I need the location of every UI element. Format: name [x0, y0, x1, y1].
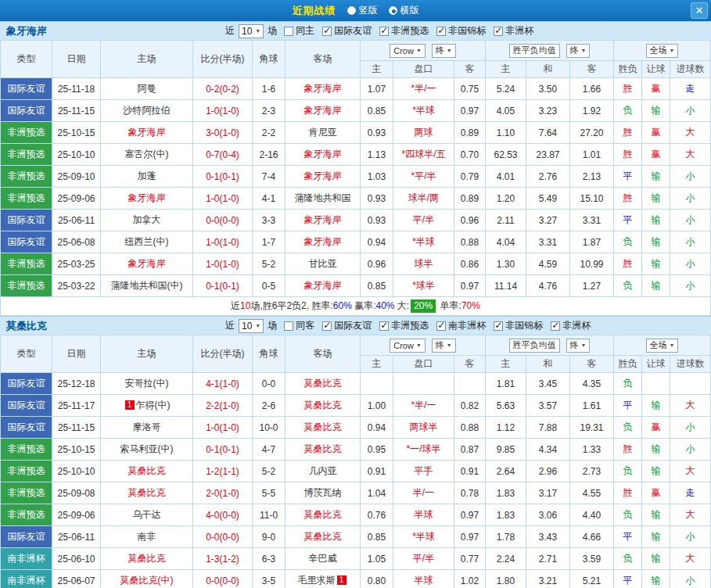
score: 0-1(0-1) [193, 275, 253, 297]
match-row: 非洲预选25-10-10塞舌尔(中)0-7(0-4)2-16象牙海岸1.13*四… [1, 144, 711, 166]
filter-checkbox[interactable]: 南非洲杯 [436, 319, 486, 332]
score: 1-3(1-2) [193, 548, 253, 570]
filter-checkbox[interactable]: 非洲预选 [379, 24, 429, 38]
radio-icon[interactable] [389, 6, 397, 15]
summary-segment: 近 [231, 300, 240, 311]
result-win-draw-loss: 负 [614, 100, 642, 122]
checkbox-icon[interactable] [494, 321, 503, 331]
avg-draw: 4.76 [526, 275, 570, 297]
full-match-select[interactable]: 全场▼ [646, 339, 679, 353]
away-odds: 0.79 [454, 166, 486, 188]
chevron-down-icon: ▼ [581, 48, 587, 53]
avg-group-header: 胜平负均值 终▼ [486, 41, 614, 61]
league-type-badge: 非洲预选 [1, 166, 52, 188]
match-date: 25-11-15 [52, 417, 101, 439]
final-odds-select[interactable]: 终▼ [432, 44, 456, 58]
home-team: 象牙海岸 [101, 122, 193, 144]
avg-draw: 4.59 [526, 253, 570, 275]
wdl-average-button[interactable]: 胜平负均值 [509, 339, 560, 353]
away-team: 甘比亚 [285, 253, 361, 275]
chevron-down-icon: ▼ [670, 48, 675, 53]
home-team: 安哥拉(中) [101, 373, 193, 395]
match-count-select[interactable]: 10▼ [239, 24, 264, 38]
handicap: *球半 [393, 275, 454, 297]
away-odds: 0.89 [454, 188, 486, 210]
corners: 6-3 [253, 548, 285, 570]
final-odds-select[interactable]: 终▼ [432, 339, 456, 353]
checkbox-icon[interactable] [436, 27, 446, 36]
avg-home: 4.05 [486, 100, 526, 122]
away-team: 象牙海岸 [285, 144, 361, 166]
match-row: 南非洲杯25-06-07莫桑比克(中)0-0(0-0)3-5毛里求斯10.80半… [1, 570, 711, 588]
avg-draw: 7.64 [526, 122, 570, 144]
avg-home: 1.12 [486, 417, 526, 439]
filter-checkbox[interactable]: 非国锦标 [494, 319, 543, 332]
result-win-draw-loss: 平 [614, 526, 642, 548]
result-goals [670, 373, 711, 395]
filter-checkbox[interactable]: 非洲杯 [551, 319, 591, 332]
filter-checkboxes: 同主国际友谊非洲预选非国锦标非洲杯 [284, 24, 533, 38]
corners: 2-6 [253, 395, 285, 417]
checkbox-icon[interactable] [551, 321, 560, 331]
result-handicap [642, 373, 670, 395]
match-row: 国际友谊25-11-15摩洛哥1-0(1-0)10-0莫桑比克0.94两球半0.… [1, 417, 711, 439]
filter-checkbox[interactable]: 同主 [284, 24, 314, 38]
away-team: 莫桑比克 [285, 526, 361, 548]
checkbox-icon[interactable] [284, 321, 293, 331]
bookmaker-select[interactable]: Crow▼ [390, 339, 426, 353]
home-team: 莫桑比克 [101, 482, 193, 504]
match-date: 25-06-08 [52, 231, 101, 253]
avg-away: 19.31 [570, 417, 614, 439]
final-average-select[interactable]: 终▼ [566, 44, 591, 58]
near-label: 近 [225, 319, 235, 332]
league-type-badge: 国际友谊 [1, 210, 52, 231]
checkbox-icon[interactable] [379, 321, 389, 331]
handicap: *一/球半 [393, 439, 454, 461]
away-team: 毛里求斯1 [285, 570, 361, 588]
radio-icon[interactable] [347, 6, 356, 15]
chevron-down-icon: ▼ [255, 28, 260, 34]
wdl-average-button[interactable]: 胜平负均值 [509, 44, 560, 58]
filter-checkbox[interactable]: 同客 [284, 319, 314, 332]
close-icon[interactable]: ✕ [691, 2, 708, 19]
checkbox-icon[interactable] [436, 321, 446, 331]
corners: 2-16 [253, 144, 285, 166]
full-match-select[interactable]: 全场▼ [646, 44, 679, 58]
result-handicap: 输 [642, 526, 670, 548]
bookmaker-select[interactable]: Crow▼ [390, 44, 426, 58]
avg-away: 1.33 [570, 439, 614, 461]
score: 4-1(1-0) [193, 373, 253, 395]
final-average-select[interactable]: 终▼ [566, 339, 591, 353]
match-row: 非洲预选25-03-25象牙海岸1-0(1-0)5-2甘比亚0.96球半0.86… [1, 253, 711, 275]
radio-vertical-layout[interactable]: 竖版 [347, 4, 378, 17]
filter-checkbox[interactable]: 国际友谊 [322, 319, 372, 332]
sub-col: 和 [526, 61, 570, 78]
team-section-ivory-coast: 象牙海岸 近 10▼ 场 同主国际友谊非洲预选非国锦标非洲杯 类型 日期 主场 … [0, 21, 711, 316]
home-team: 沙特阿拉伯 [101, 100, 193, 122]
filter-checkbox[interactable]: 非洲预选 [379, 319, 429, 332]
filter-checkbox[interactable]: 非国锦标 [436, 24, 486, 38]
avg-away: 15.10 [570, 188, 614, 210]
home-odds: 0.94 [361, 417, 393, 439]
odds-group-header: Crow▼ 终▼ [361, 41, 486, 61]
filter-checkbox[interactable]: 非洲杯 [494, 24, 533, 38]
matches-body: 国际友谊25-12-18安哥拉(中)4-1(1-0)0-0莫桑比克1.813.4… [1, 373, 711, 588]
match-row: 国际友谊25-11-18阿曼0-2(0-2)1-6象牙海岸1.07*半/一0.7… [1, 78, 711, 100]
radio-horizontal-layout[interactable]: 横版 [389, 4, 419, 17]
checkbox-icon[interactable] [284, 27, 293, 36]
avg-away: 1.66 [570, 78, 614, 100]
result-goals: 小 [670, 439, 711, 461]
checkbox-icon[interactable] [322, 321, 332, 331]
filter-checkbox[interactable]: 国际友谊 [322, 24, 372, 38]
checkbox-icon[interactable] [379, 27, 389, 36]
checkbox-icon[interactable] [494, 27, 503, 36]
score: 0-0(0-0) [193, 210, 253, 231]
team-section-mozambique: 莫桑比克 近 10▼ 场 同客国际友谊非洲预选南非洲杯非国锦标非洲杯 类型 日期… [0, 316, 711, 588]
result-goals: 大 [670, 548, 711, 570]
result-handicap: 输 [642, 231, 670, 253]
checkbox-icon[interactable] [322, 27, 332, 36]
col-type: 类型 [1, 335, 52, 373]
chevron-down-icon: ▼ [447, 342, 452, 348]
away-team: 辛巴威 [285, 548, 361, 570]
match-count-select[interactable]: 10▼ [239, 319, 264, 333]
